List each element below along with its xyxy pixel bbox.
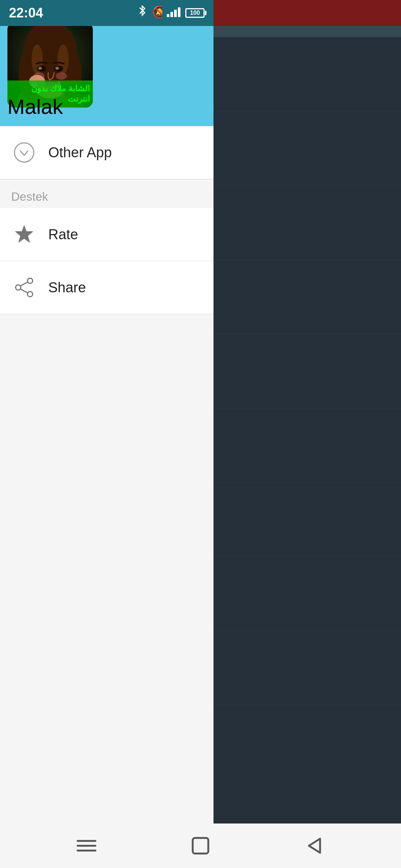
svg-point-24 xyxy=(56,72,67,80)
svg-point-23 xyxy=(33,72,45,80)
svg-point-27 xyxy=(27,278,33,283)
svg-rect-35 xyxy=(193,838,208,854)
nav-home-button[interactable] xyxy=(186,831,215,861)
other-app-menu-item[interactable]: Other App xyxy=(0,126,213,179)
svg-line-30 xyxy=(20,282,28,286)
other-app-label: Other App xyxy=(48,145,112,161)
nav-back-button[interactable] xyxy=(300,831,329,861)
support-section-title: Destek xyxy=(0,180,213,208)
svg-rect-4 xyxy=(178,7,180,17)
svg-marker-26 xyxy=(15,226,33,243)
rate-label: Rate xyxy=(48,227,78,243)
battery-icon: 100 xyxy=(185,8,205,18)
other-app-section: Other App xyxy=(0,126,213,179)
svg-point-18 xyxy=(38,67,42,70)
svg-line-31 xyxy=(20,289,28,293)
share-icon xyxy=(11,274,37,300)
rate-menu-item[interactable]: Rate xyxy=(0,208,213,261)
svg-point-25 xyxy=(14,143,34,162)
support-section: Destek Rate xyxy=(0,180,213,314)
svg-point-28 xyxy=(27,292,33,297)
bluetooth-icon xyxy=(137,5,147,21)
other-app-icon xyxy=(11,139,37,165)
svg-text:🔕: 🔕 xyxy=(152,5,163,19)
svg-marker-36 xyxy=(309,839,320,853)
svg-rect-3 xyxy=(174,10,177,17)
support-items: Rate Share xyxy=(0,208,213,314)
svg-point-19 xyxy=(55,67,59,70)
drawer-panel: الشابة ملاك بدون انترنت Malak Other App xyxy=(0,0,213,868)
share-label: Share xyxy=(48,280,86,296)
status-bar-right-extension xyxy=(208,0,401,26)
status-bar: 22:04 🔕 100 xyxy=(0,0,213,26)
drawer-body: Other App Destek Rate xyxy=(0,126,213,868)
app-title: Malak xyxy=(7,95,63,119)
svg-rect-2 xyxy=(170,12,173,17)
share-menu-item[interactable]: Share xyxy=(0,261,213,314)
status-time: 22:04 xyxy=(9,5,43,21)
battery-level: 100 xyxy=(190,10,200,16)
star-icon xyxy=(11,221,37,247)
mute-icon: 🔕 xyxy=(152,5,162,21)
svg-rect-1 xyxy=(167,14,169,17)
right-overlay xyxy=(208,0,401,868)
nav-menu-button[interactable] xyxy=(72,831,101,861)
status-icons: 🔕 100 xyxy=(137,5,205,21)
signal-icon xyxy=(167,6,181,20)
navigation-bar xyxy=(0,823,401,868)
